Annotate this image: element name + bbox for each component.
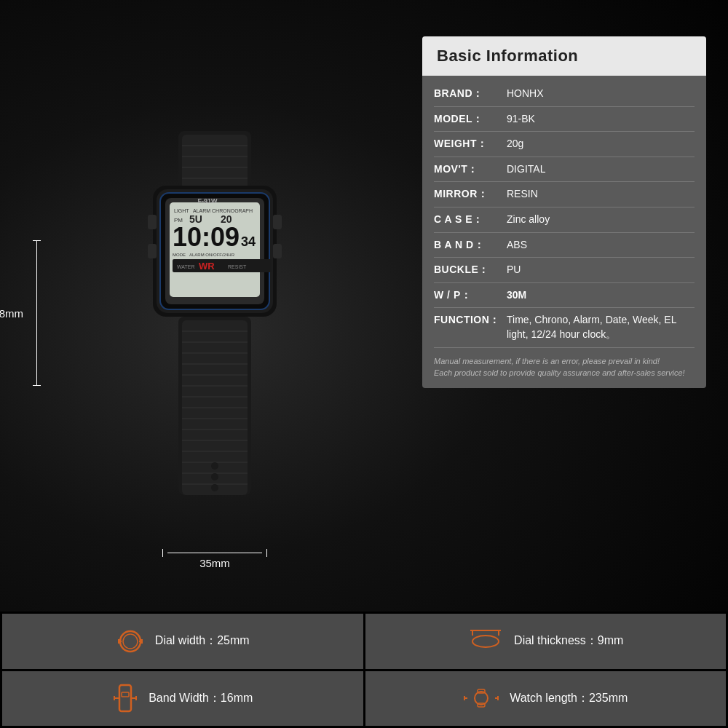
dial-thickness-icon: [467, 628, 504, 654]
svg-text:LIGHT: LIGHT: [174, 208, 189, 213]
band-width-icon: [112, 684, 138, 713]
band-key: B A N D：: [434, 238, 507, 253]
svg-text:F-91W: F-91W: [198, 197, 218, 205]
svg-rect-1: [182, 135, 248, 189]
movt-val: DIGITAL: [507, 162, 695, 177]
svg-text:MODE: MODE: [173, 253, 186, 257]
info-row-brand: BRAND： HONHX: [434, 82, 695, 107]
watch-length-label: Watch length：235mm: [510, 691, 628, 706]
model-val: 91-BK: [507, 112, 695, 127]
dial-width-icon: [116, 628, 145, 654]
band-width-label: Band Width：16mm: [149, 691, 253, 706]
watch-svg: LIGHT ALARM CHRONOGRAPH PM 5U 20 10:09 3…: [113, 131, 317, 495]
svg-rect-11: [273, 215, 282, 229]
info-row-case: C A S E： Zinc alloy: [434, 207, 695, 233]
svg-text:WR: WR: [199, 261, 215, 272]
svg-rect-66: [122, 692, 129, 697]
svg-rect-12: [273, 244, 282, 258]
dim-35mm-label: 35mm: [199, 557, 230, 569]
info-row-band: B A N D： ABS: [434, 233, 695, 258]
buckle-key: BUCKLE：: [434, 263, 507, 277]
info-row-buckle: BUCKLE： PU: [434, 258, 695, 283]
info-body: BRAND： HONHX MODEL： 91-BK WEIGHT： 20g MO…: [422, 76, 706, 388]
svg-point-48: [211, 484, 218, 491]
info-row-weight: WEIGHT： 20g: [434, 132, 695, 157]
info-row-wp: W / P： 30M: [434, 283, 695, 309]
svg-rect-10: [148, 244, 157, 258]
info-title: Basic Information: [422, 36, 706, 76]
svg-point-47: [211, 473, 218, 480]
bottom-specs: Dial width：25mm Dial thickness：9mm: [0, 612, 728, 728]
spec-dial-width: Dial width：25mm: [2, 614, 363, 669]
svg-text:ALARM CHRONOGRAPH: ALARM CHRONOGRAPH: [193, 208, 253, 213]
watch-length-icon: [463, 685, 499, 711]
function-key: FUNCTION：: [434, 313, 507, 328]
weight-key: WEIGHT：: [434, 137, 507, 151]
case-val: Zinc alloy: [507, 213, 695, 227]
spec-watch-length: Watch length：235mm: [365, 671, 727, 727]
info-panel: Basic Information BRAND： HONHX MODEL： 91…: [422, 36, 706, 388]
main-container: 38mm: [0, 0, 728, 728]
dial-width-label: Dial width：25mm: [155, 633, 250, 649]
svg-text:34: 34: [241, 234, 256, 249]
wp-val: 30M: [507, 288, 695, 303]
info-note: Manual measurement, if there is an error…: [434, 355, 695, 379]
movt-key: MOV'T：: [434, 162, 507, 177]
svg-text:ALARM ON/OFF/24HR: ALARM ON/OFF/24HR: [189, 253, 235, 257]
dial-thickness-label: Dial thickness：9mm: [514, 633, 623, 649]
info-row-mirror: MIRROR： RESIN: [434, 182, 695, 207]
svg-text:WATER: WATER: [177, 264, 195, 269]
info-row-model: MODEL： 91-BK: [434, 107, 695, 132]
brand-key: BRAND：: [434, 87, 507, 101]
case-key: C A S E：: [434, 213, 507, 227]
model-key: MODEL：: [434, 112, 507, 127]
brand-val: HONHX: [507, 87, 695, 101]
top-section: 38mm: [0, 0, 728, 612]
svg-point-46: [211, 462, 218, 470]
spec-band-width: Band Width：16mm: [2, 671, 363, 727]
wp-key: W / P：: [434, 288, 507, 303]
info-row-function: FUNCTION： Time, Chrono, Alarm, Date, Wee…: [434, 308, 695, 347]
band-val: ABS: [507, 238, 695, 253]
svg-point-55: [472, 636, 499, 647]
svg-text:10:09: 10:09: [173, 222, 240, 252]
info-row-movt: MOV'T： DIGITAL: [434, 157, 695, 183]
svg-point-50: [123, 634, 138, 649]
svg-rect-9: [148, 215, 157, 229]
weight-val: 20g: [507, 137, 695, 151]
mirror-key: MIRROR：: [434, 187, 507, 202]
spec-dial-thickness: Dial thickness：9mm: [365, 614, 727, 669]
dim-38mm-label: 38mm: [0, 307, 29, 320]
mirror-val: RESIN: [507, 187, 695, 202]
svg-rect-61: [119, 685, 131, 711]
watch-area: 38mm: [22, 29, 408, 597]
function-val: Time, Chrono, Alarm, Date, Week, EL ligh…: [507, 313, 695, 341]
svg-text:RESIST: RESIST: [228, 264, 247, 269]
buckle-val: PU: [507, 263, 695, 277]
